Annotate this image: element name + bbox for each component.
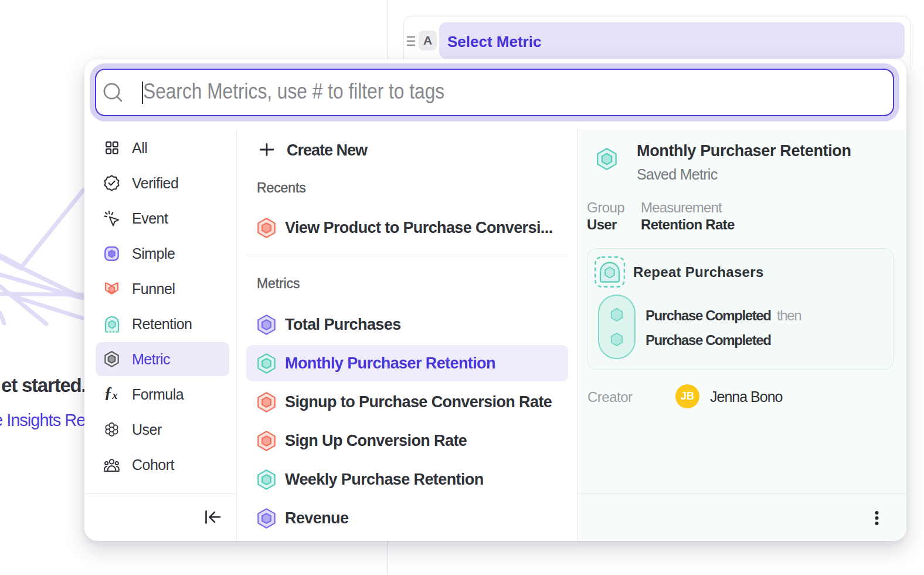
svg-text:x: x xyxy=(111,389,118,401)
svg-text:ƒ: ƒ xyxy=(104,384,113,401)
